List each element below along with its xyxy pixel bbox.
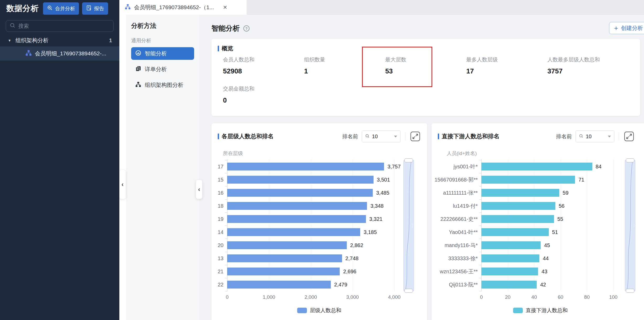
datazoom-handle[interactable]	[405, 158, 413, 162]
datazoom-handle[interactable]	[626, 158, 634, 162]
category-label: Qij0113-阮**	[428, 278, 478, 291]
legend-item[interactable]: 层级人数总和	[211, 307, 427, 314]
help-icon[interactable]: ?	[243, 25, 250, 32]
category-label: 22	[174, 278, 223, 291]
category-label: 3333333-徐*	[428, 252, 478, 265]
topn-select[interactable]: 10	[362, 130, 401, 142]
category-label: 17	[174, 160, 223, 173]
value-label: 59	[563, 186, 568, 199]
bar[interactable]	[481, 189, 559, 197]
close-icon[interactable]: ✕	[223, 4, 227, 10]
legend-label: 层级人数总和	[310, 307, 341, 314]
org-chart-icon	[25, 50, 32, 58]
legend-swatch	[513, 308, 523, 313]
metric: 交易金额总和0	[223, 85, 304, 104]
bar[interactable]	[227, 215, 366, 223]
value-label: 44	[543, 252, 549, 265]
menu-item-detail-analysis[interactable]: 详单分析	[131, 63, 194, 76]
metric-value: 3757	[547, 67, 629, 75]
datazoom-handle[interactable]	[626, 289, 634, 293]
bar[interactable]	[481, 215, 554, 223]
bar[interactable]	[227, 241, 347, 249]
merge-analysis-button[interactable]: 合并分析	[43, 2, 79, 15]
documents-icon	[135, 66, 141, 73]
org-chart-icon	[125, 4, 131, 11]
menu-item-smart-analysis[interactable]: 智能分析	[131, 47, 194, 60]
axis-tick	[479, 291, 481, 291]
bar[interactable]	[481, 176, 575, 184]
search-icon	[10, 23, 15, 29]
axis-tick	[479, 252, 481, 252]
bar[interactable]	[481, 163, 592, 170]
bar[interactable]	[227, 189, 373, 197]
datazoom-handle[interactable]	[405, 289, 413, 293]
bar[interactable]	[481, 202, 555, 210]
category-label: 21	[174, 265, 223, 278]
bar[interactable]	[481, 281, 537, 289]
gauge-chart-icon	[135, 50, 141, 57]
datazoom-slider[interactable]: ⋮	[625, 160, 635, 291]
bar[interactable]	[481, 228, 549, 236]
tab-member-detail[interactable]: 会员明细_1769073894652-（1... ✕	[119, 0, 247, 15]
value-label: 84	[596, 160, 602, 173]
axis-tick	[225, 291, 227, 291]
report-button[interactable]: 报告	[82, 2, 108, 15]
bar[interactable]	[227, 268, 340, 275]
tree-group-org-analysis[interactable]: ▼ 组织架构分析 1	[0, 34, 119, 46]
bar[interactable]	[227, 228, 360, 236]
expand-button[interactable]	[624, 131, 635, 142]
metric-value: 0	[223, 96, 304, 104]
axis-tick	[225, 226, 227, 226]
axis-tick	[479, 173, 481, 173]
search-icon	[579, 134, 583, 139]
x-axis-tick-label: 4,000	[388, 294, 401, 300]
create-analysis-button[interactable]: + 创建分析	[609, 22, 644, 34]
bar[interactable]	[481, 268, 538, 275]
plot-area: 01,0002,0003,0004,000173,757153,501163,4…	[227, 160, 394, 291]
annotation-highlight-box	[362, 47, 432, 87]
value-label: 45	[544, 239, 550, 252]
rank-label: 排名前	[342, 133, 358, 140]
x-axis-tick-label: 0	[480, 294, 483, 300]
menu-item-org-chart-analysis[interactable]: 组织架构图分析	[131, 79, 194, 91]
bar[interactable]	[227, 254, 342, 262]
bar[interactable]	[227, 176, 374, 184]
bar[interactable]	[227, 163, 384, 170]
legend-item[interactable]: 直接下游人数总和	[432, 307, 644, 314]
category-label: jys001-叶*	[428, 160, 478, 173]
x-axis-tick-label: 3,000	[346, 294, 359, 300]
category-label: wzn123456-王**	[428, 265, 478, 278]
report-icon	[86, 5, 92, 12]
search-icon	[365, 134, 370, 139]
caret-down-icon[interactable]: ▼	[8, 39, 11, 42]
axis-title: 所在层级	[223, 150, 243, 157]
bar[interactable]	[227, 281, 331, 289]
downstream-ranking-chart-card: 直接下游人数总和排名 排名前 10 人员(id+姓名) 020406080100…	[432, 123, 644, 320]
bar[interactable]	[481, 254, 539, 262]
chart-title: 各层级人数总和排名	[222, 132, 274, 140]
category-label: 13	[174, 252, 223, 265]
datazoom-slider[interactable]: ⋮	[403, 160, 414, 291]
chart-title: 直接下游人数总和排名	[442, 132, 499, 140]
axis-tick	[479, 265, 481, 265]
x-axis-tick-label: 60	[558, 294, 563, 300]
datazoom-grip-icon: ⋮	[632, 224, 636, 227]
bar[interactable]	[481, 241, 541, 249]
tree-item-member-detail[interactable]: 会员明细_1769073894652-...	[0, 46, 119, 61]
divider	[405, 132, 405, 140]
svg-text:?: ?	[245, 26, 248, 30]
category-label: 18	[174, 199, 223, 212]
sidebar-search[interactable]	[6, 20, 114, 32]
axis-tick	[225, 212, 227, 213]
x-axis-tick-label: 40	[531, 294, 537, 300]
metric-value: 52908	[223, 67, 304, 75]
expand-button[interactable]	[410, 131, 421, 142]
gridline	[394, 159, 395, 291]
collapse-handle[interactable]: ‹	[196, 180, 202, 199]
search-input[interactable]	[18, 23, 110, 29]
topn-select[interactable]: 10	[576, 130, 614, 142]
value-label: 3,185	[364, 226, 377, 239]
section-accent-bar	[218, 46, 219, 51]
collapse-handle[interactable]: ‹	[119, 170, 126, 199]
bar[interactable]	[227, 202, 367, 210]
